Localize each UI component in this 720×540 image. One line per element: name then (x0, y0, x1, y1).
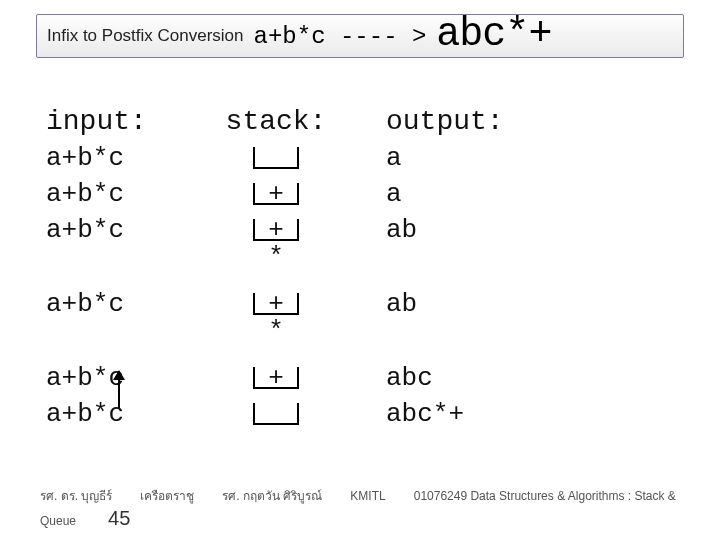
cell-output: a (366, 143, 680, 173)
cell-stack: + (186, 179, 366, 209)
stack-top-val: + (255, 363, 297, 393)
header-title: Infix to Postfix Conversion (47, 26, 244, 46)
cell-output: abc (366, 363, 680, 393)
stack-top-val: + (255, 289, 297, 319)
cell-input: a+b*c (46, 143, 186, 173)
stack-top-val: + (255, 215, 297, 245)
cell-input: a+b*c (46, 215, 186, 245)
table-row: a+b*c + a (46, 179, 680, 209)
stack-extra-val: * (186, 319, 366, 343)
cell-output: abc*+ (366, 399, 680, 429)
cell-output: ab (366, 215, 680, 245)
cell-stack (186, 399, 366, 429)
stack-top-val: + (255, 179, 297, 209)
header-result: abc*+ (436, 12, 551, 57)
table-row: a+b*c + * ab (46, 215, 680, 269)
header-expr: a+b*c ---- > (254, 23, 427, 50)
stack-u-icon: + (253, 293, 299, 315)
stack-u-icon (253, 403, 299, 425)
footer-course: 01076249 Data Structures & Algorithms : … (414, 489, 676, 503)
gap (46, 275, 680, 289)
cell-output: ab (366, 289, 680, 319)
footer-author2: เครือตราชู (140, 486, 194, 505)
stack-u-icon: + (253, 183, 299, 205)
table-header-row: input: stack: output: (46, 106, 680, 137)
col-header-stack: stack: (186, 106, 366, 137)
footer-author3: รศ. กฤตวัน ศิริบูรณ์ (222, 486, 322, 505)
table-row: a+b*c a (46, 143, 680, 173)
page-number: 45 (108, 507, 130, 530)
cell-stack: + * (186, 215, 366, 269)
cell-input: a+b*c (46, 289, 186, 319)
stack-extra-val: * (186, 245, 366, 269)
svg-marker-1 (113, 370, 125, 380)
cell-stack: + * (186, 289, 366, 343)
footer-label2: Queue (40, 514, 76, 528)
table-row: a+b*c + * ab (46, 289, 680, 343)
footer-author1: รศ. ดร. บุญธีร์ (40, 486, 112, 505)
conversion-table: input: stack: output: a+b*c a a+b*c + a … (46, 106, 680, 435)
table-row: a+b*c + abc (46, 363, 680, 393)
cell-output: a (366, 179, 680, 209)
col-header-output: output: (366, 106, 680, 137)
stack-u-icon (253, 147, 299, 169)
stack-u-icon: + (253, 219, 299, 241)
table-row: a+b*c abc*+ (46, 399, 680, 429)
gap (46, 349, 680, 363)
cell-input: a+b*c (46, 179, 186, 209)
footer-inst: KMITL (350, 489, 385, 503)
stack-u-icon: + (253, 367, 299, 389)
slide-footer: รศ. ดร. บุญธีร์ เครือตราชู รศ. กฤตวัน ศิ… (40, 486, 710, 530)
slide-header: Infix to Postfix Conversion a+b*c ---- >… (36, 14, 684, 58)
col-header-input: input: (46, 106, 186, 137)
arrow-up-icon (110, 370, 128, 410)
cell-stack (186, 143, 366, 173)
cell-stack: + (186, 363, 366, 393)
